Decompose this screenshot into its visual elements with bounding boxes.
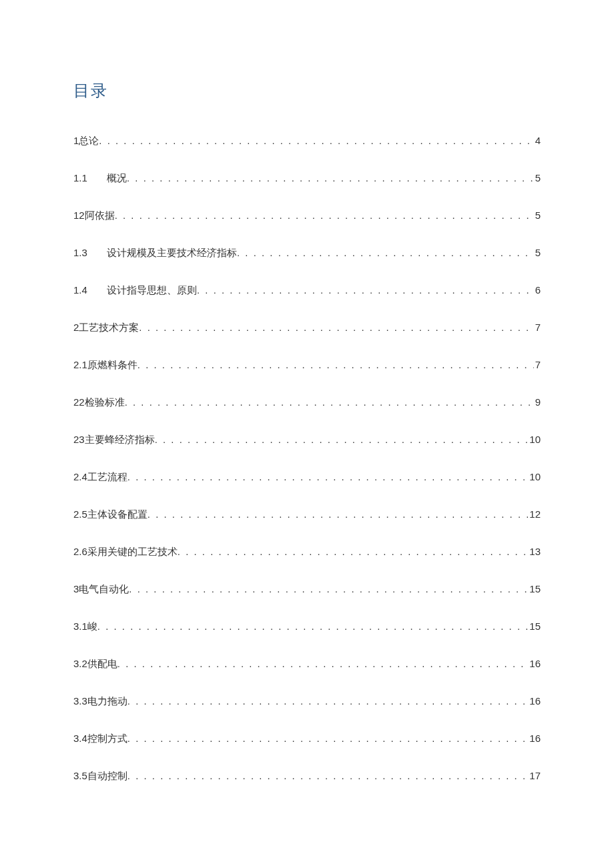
toc-entry-number: 3.1 (73, 620, 87, 632)
toc-entry: 2.1 原燃料条件 7 (73, 359, 541, 372)
toc-entry-text: 阿依据 (85, 209, 115, 222)
toc-entry-leader (127, 471, 528, 482)
toc-entry-number: 3.3 (73, 695, 87, 707)
toc-entry-leader (155, 434, 529, 445)
toc-entry-leader (147, 508, 528, 520)
toc-entry-text: 主要蜂经济指标 (85, 434, 155, 446)
toc-entry-page: 15 (528, 620, 541, 632)
toc-entry-number: 1.3 (73, 247, 107, 258)
toc-entry-page: 4 (534, 135, 541, 146)
toc-entry-page: 15 (528, 583, 541, 594)
toc-entry: 12 阿依据5 (73, 209, 541, 222)
toc-entry: 3.5 自动控制 17 (73, 770, 541, 783)
toc-entry-leader (115, 209, 534, 221)
toc-entry: 3.4 控制方式 16 (73, 733, 541, 745)
toc-entry-text: 工艺流程 (87, 471, 127, 484)
toc-entry: 2.5 主体设备配置 12 (73, 508, 541, 521)
toc-entry-number: 2.1 (73, 359, 87, 370)
toc-entry-text: 电力拖动 (87, 695, 127, 708)
toc-entry-number: 2.4 (73, 471, 87, 482)
toc-entry-leader (125, 396, 534, 408)
toc-entry-number: 23 (73, 434, 85, 445)
toc-entry-number: 12 (73, 209, 85, 221)
toc-entry-page: 5 (534, 247, 541, 258)
toc-entry-page: 16 (528, 658, 541, 669)
toc-entry-number: 3.4 (73, 733, 87, 744)
toc-entry-number: 3.2 (73, 658, 87, 669)
toc-entry-page: 10 (528, 434, 541, 445)
toc-entry-leader (127, 695, 528, 707)
toc-entry-text: 检验标准 (85, 396, 125, 409)
toc-entry-leader (117, 658, 528, 669)
toc-entry-page: 13 (528, 546, 541, 557)
toc-entry: 23 主要蜂经济指标10 (73, 434, 541, 446)
toc-entry-text: 概况 (107, 172, 127, 185)
toc-entry-text: 控制方式 (87, 733, 127, 745)
toc-entry-text: 工艺技术方案 (79, 322, 139, 334)
toc-entry: 1.4设计指导思想、原则6 (73, 284, 541, 297)
toc-entry-page: 10 (528, 471, 541, 482)
toc-entry-text: 主体设备配置 (87, 508, 147, 521)
toc-entry-text: 设计指导思想、原则 (107, 284, 197, 297)
toc-entry-page: 16 (528, 695, 541, 707)
toc-entry-page: 5 (534, 209, 541, 221)
toc-entry-page: 6 (534, 284, 541, 296)
toc-entry-page: 16 (528, 733, 541, 744)
toc-entry: 3 电气自动化15 (73, 583, 541, 596)
toc-entry: 22 检验标准9 (73, 396, 541, 409)
toc-entry-page: 5 (534, 172, 541, 183)
toc-entry-leader (99, 135, 533, 146)
toc-entry-leader (97, 620, 528, 632)
toc-entry-leader (197, 284, 534, 296)
toc-entry: 2.4 工艺流程 10 (73, 471, 541, 484)
toc-entry-page: 12 (528, 508, 541, 520)
toc-entry: 3.1 峻 15 (73, 620, 541, 633)
toc-entry-text: 采用关键的工艺技术 (87, 546, 178, 558)
toc-entry-text: 设计规模及主要技术经济指标 (107, 247, 237, 260)
toc-entry: 1.1概况5 (73, 172, 541, 185)
toc-entry-number: 1.4 (73, 284, 107, 296)
toc-entry-text: 供配电 (87, 658, 117, 671)
toc-entry-text: 自动控制 (87, 770, 127, 783)
toc-entry: 3.3 电力拖动 16 (73, 695, 541, 708)
toc-entry: 1 总论4 (73, 135, 541, 147)
toc-entry-text: 总论 (79, 135, 99, 147)
toc-entry-leader (129, 583, 528, 594)
toc-entry-page: 17 (528, 770, 541, 781)
toc-entry: 3.2 供配电16 (73, 658, 541, 671)
toc-entry-leader (137, 359, 534, 370)
toc-entry-leader (139, 322, 533, 333)
toc-entry-number: 2.5 (73, 508, 87, 520)
toc-entry-leader (178, 546, 528, 557)
toc-entry-page: 7 (534, 359, 541, 370)
toc-entry-page: 7 (534, 322, 541, 333)
toc-entry-text: 原燃料条件 (87, 359, 137, 372)
toc-entry-leader (127, 770, 528, 781)
toc-list: 1 总论41.1概况512 阿依据51.3设计规模及主要技术经济指标51.4设计… (73, 135, 541, 783)
toc-entry-leader (237, 247, 534, 258)
toc-entry-number: 22 (73, 396, 85, 408)
toc-entry-number: 1.1 (73, 172, 107, 183)
toc-entry-page: 9 (534, 396, 541, 408)
toc-entry: 1.3设计规模及主要技术经济指标5 (73, 247, 541, 260)
toc-entry-number: 2.6 (73, 546, 87, 557)
toc-entry: 2.6 采用关键的工艺技术 13 (73, 546, 541, 558)
toc-title: 目录 (73, 80, 541, 101)
toc-entry-number: 3.5 (73, 770, 87, 781)
toc-entry-number: 2 (73, 322, 79, 333)
toc-entry-leader (127, 172, 534, 183)
toc-entry-text: 电气自动化 (79, 583, 129, 596)
toc-entry-number: 3 (73, 583, 79, 594)
toc-entry-text: 峻 (87, 620, 97, 633)
toc-entry-leader (127, 733, 528, 744)
toc-entry: 2 工艺技术方案7 (73, 322, 541, 334)
